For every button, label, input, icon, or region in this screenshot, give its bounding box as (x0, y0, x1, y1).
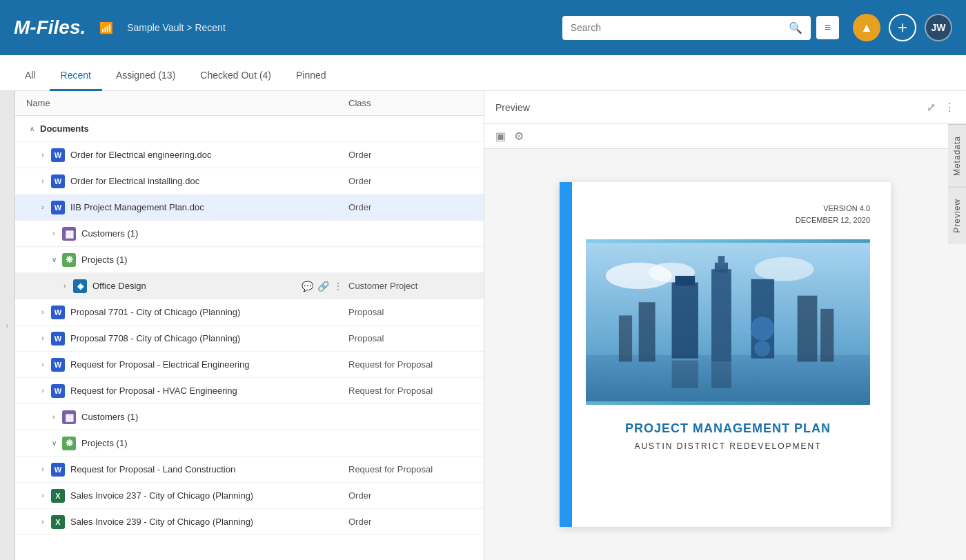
header: M-Files. 📶 Sample Vault > Recent 🔍 ≡ ▲ +… (0, 0, 966, 55)
list-item[interactable]: › W Request for Proposal - Land Construc… (15, 457, 484, 483)
office-icon: ◈ (73, 279, 87, 293)
list-item[interactable]: › W Request for Proposal - HVAC Engineer… (15, 378, 484, 404)
word-icon: W (51, 384, 65, 398)
list-item[interactable]: ∧ Documents (15, 116, 484, 142)
file-name: Customers (1) (81, 412, 473, 422)
doc-version: VERSION 4.0 DECEMBER 12, 2020 (796, 203, 870, 226)
file-name: Sales Invoice 239 - City of Chicago (Pla… (70, 517, 348, 527)
doc-title: PROJECT MANAGEMENT PLAN (625, 421, 831, 436)
list-item[interactable]: › X Sales Invoice 237 - City of Chicago … (15, 483, 484, 509)
search-input[interactable] (571, 22, 783, 33)
list-item[interactable]: › ▦ Customers (1) (15, 221, 484, 247)
notifications-button[interactable]: ▲ (853, 14, 880, 41)
file-name: Sales Invoice 237 - City of Chicago (Pla… (70, 490, 348, 501)
chevron-right-icon: › (48, 412, 59, 423)
word-icon: W (51, 306, 65, 319)
chevron-right-icon: › (37, 464, 48, 475)
user-avatar[interactable]: JW (925, 14, 952, 41)
svg-point-4 (754, 257, 814, 281)
file-list-header: Name Class (15, 91, 484, 116)
tab-metadata[interactable]: Metadata (948, 124, 966, 187)
list-item[interactable]: › W Request for Proposal - Electrical En… (15, 352, 484, 378)
chevron-right-icon: › (37, 333, 48, 344)
file-name: Order for Electrical installing.doc (70, 176, 348, 186)
chevron-right-icon: › (37, 176, 48, 187)
file-class: Proposal (348, 307, 473, 317)
logo: M-Files. (14, 17, 86, 39)
col-name-header: Name (26, 98, 348, 108)
add-button[interactable]: + (889, 14, 916, 41)
tab-pinned[interactable]: Pinned (285, 61, 337, 91)
doc-subtitle: AUSTIN DISTRICT REDEVELOPMENT (634, 441, 821, 451)
svg-rect-16 (619, 315, 632, 361)
search-box: 🔍 (562, 16, 811, 40)
file-name: Office Design (92, 281, 302, 291)
folder-icon: ▦ (62, 227, 76, 241)
list-item[interactable]: › X Sales Invoice 239 - City of Chicago … (15, 509, 484, 535)
chevron-right-icon: › (37, 359, 48, 370)
filter-button[interactable]: ≡ (816, 16, 839, 39)
search-icon[interactable]: 🔍 (789, 21, 802, 34)
list-item[interactable]: › W Proposal 7701 - City of Chicago (Pla… (15, 299, 484, 326)
chevron-right-icon: › (37, 307, 48, 318)
file-name: Customers (1) (81, 228, 473, 239)
chevron-right-icon: › (37, 386, 48, 397)
svg-rect-15 (820, 309, 834, 362)
file-class: Order (348, 202, 473, 212)
file-list: ∧ Documents › W Order for Electrical eng… (15, 116, 484, 560)
preview-panel: Preview ⤢ ⋮ ▣ ⚙ VERSION 4.0 DECEMBER 12,… (484, 91, 966, 560)
comment-icon[interactable]: 💬 (302, 281, 313, 292)
file-name: Request for Proposal - Land Construction (70, 464, 348, 474)
chevron-right-icon: › (48, 228, 59, 239)
settings-icon[interactable]: ⚙ (514, 130, 524, 143)
breadcrumb: Sample Vault > Recent (127, 22, 226, 33)
tab-checked-out[interactable]: Checked Out (4) (189, 61, 282, 91)
file-class: Order (348, 517, 473, 527)
list-item[interactable]: › ▦ Customers (1) (15, 404, 484, 430)
list-item[interactable]: › W Proposal 7708 - City of Chicago (Pla… (15, 326, 484, 352)
file-name: Proposal 7701 - City of Chicago (Plannin… (70, 307, 348, 317)
chevron-right-icon: › (37, 490, 48, 501)
more-icon[interactable]: ⋮ (333, 281, 343, 292)
svg-rect-5 (711, 269, 731, 361)
preview-toolbar: ▣ ⚙ (484, 124, 966, 149)
link-icon[interactable]: 🔗 (317, 281, 329, 292)
group-label: Documents (40, 123, 473, 134)
word-icon: W (51, 463, 65, 477)
project-icon: ❋ (62, 253, 76, 267)
svg-rect-9 (675, 276, 695, 286)
project-icon: ❋ (62, 437, 76, 450)
chevron-down-icon: ∧ (26, 123, 37, 134)
layout-icon[interactable]: ▣ (495, 130, 506, 143)
chevron-down-icon: ∨ (48, 254, 59, 266)
wifi-icon: 📶 (99, 21, 113, 34)
preview-content: VERSION 4.0 DECEMBER 12, 2020 (484, 149, 966, 560)
file-class: Proposal (348, 333, 473, 343)
svg-point-11 (751, 317, 774, 340)
app-container: M-Files. 📶 Sample Vault > Recent 🔍 ≡ ▲ +… (0, 0, 966, 560)
list-item[interactable]: › W IIB Project Management Plan.doc Orde… (15, 194, 484, 221)
tab-all[interactable]: All (14, 61, 47, 91)
more-options-icon[interactable]: ⋮ (944, 101, 955, 114)
word-icon: W (51, 332, 65, 346)
list-item[interactable]: ∨ ❋ Projects (1) (15, 430, 484, 457)
main-area: › Name Class ∧ Documents › W Order for E… (0, 91, 966, 560)
tab-assigned[interactable]: Assigned (13) (105, 61, 186, 91)
file-name: Proposal 7708 - City of Chicago (Plannin… (70, 333, 348, 343)
tab-preview[interactable]: Preview (948, 187, 966, 244)
left-panel-toggle[interactable]: › (0, 91, 15, 560)
file-panel: Name Class ∧ Documents › W Order for Ele… (15, 91, 484, 560)
svg-rect-14 (798, 296, 818, 362)
preview-header-actions: ⤢ ⋮ (927, 101, 955, 114)
expand-icon[interactable]: ⤢ (927, 101, 936, 114)
file-name: Request for Proposal - HVAC Engineering (70, 386, 348, 396)
list-item[interactable]: › ◈ Office Design 💬 🔗 ⋮ Customer Project (15, 273, 484, 299)
list-item[interactable]: ∨ ❋ Projects (1) (15, 247, 484, 273)
side-tabs: Metadata Preview (948, 124, 966, 244)
list-item[interactable]: › W Order for Electrical engineering.doc… (15, 142, 484, 168)
list-item[interactable]: › W Order for Electrical installing.doc … (15, 168, 484, 194)
svg-rect-7 (718, 256, 725, 266)
file-name: Projects (1) (81, 438, 473, 448)
header-actions: ▲ + JW (853, 14, 952, 41)
tab-recent[interactable]: Recent (50, 61, 102, 91)
